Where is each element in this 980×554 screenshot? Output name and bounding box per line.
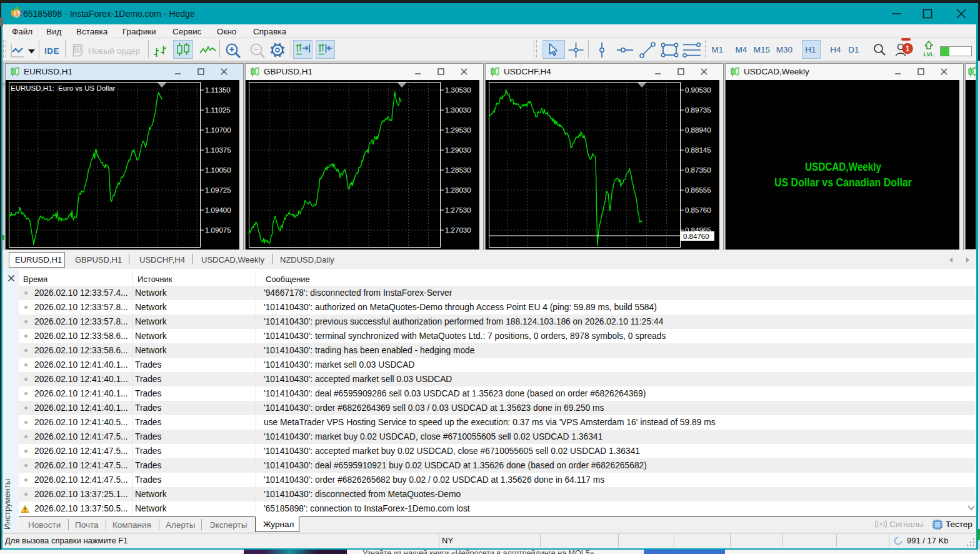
- svg-text:1.10375: 1.10375: [205, 146, 231, 154]
- svg-text:0.87350: 0.87350: [685, 166, 711, 174]
- svg-text:1.09725: 1.09725: [205, 186, 231, 194]
- svg-text:1.27530: 1.27530: [445, 206, 471, 214]
- svg-text:0.85760: 0.85760: [685, 206, 711, 214]
- svg-text:1.11350: 1.11350: [205, 86, 231, 94]
- svg-text:1.29530: 1.29530: [445, 126, 471, 134]
- svg-text:LVL: LVL: [923, 51, 934, 57]
- svg-text:1.29030: 1.29030: [445, 146, 471, 154]
- svg-text:0.84760: 0.84760: [683, 233, 709, 240]
- svg-text:5: 5: [15, 10, 19, 17]
- svg-text:1.28530: 1.28530: [445, 166, 471, 174]
- svg-text:0.88145: 0.88145: [685, 146, 711, 154]
- svg-text:1: 1: [906, 44, 910, 53]
- svg-text:1.10700: 1.10700: [205, 126, 231, 134]
- svg-text:1.27030: 1.27030: [445, 226, 471, 234]
- svg-text:1.30030: 1.30030: [445, 106, 471, 114]
- svg-text:1.09400: 1.09400: [205, 206, 231, 214]
- svg-text:1.10050: 1.10050: [205, 166, 231, 174]
- svg-text:0.90530: 0.90530: [685, 86, 711, 94]
- svg-text:0.89735: 0.89735: [685, 106, 711, 114]
- svg-text:1.30530: 1.30530: [445, 86, 471, 94]
- svg-text:US Dollar vs Canadian Dollar: US Dollar vs Canadian Dollar: [774, 176, 912, 189]
- svg-text:EURUSD,H1: Euro vs US Dollar: EURUSD,H1: Euro vs US Dollar: [11, 84, 116, 92]
- svg-text:0.86555: 0.86555: [685, 186, 711, 194]
- svg-text:1.11025: 1.11025: [205, 106, 231, 114]
- svg-text:1.09075: 1.09075: [205, 226, 231, 234]
- svg-text:1.28030: 1.28030: [445, 186, 471, 194]
- svg-text:USDCAD,Weekly: USDCAD,Weekly: [805, 161, 881, 173]
- svg-text:0.88940: 0.88940: [685, 126, 711, 134]
